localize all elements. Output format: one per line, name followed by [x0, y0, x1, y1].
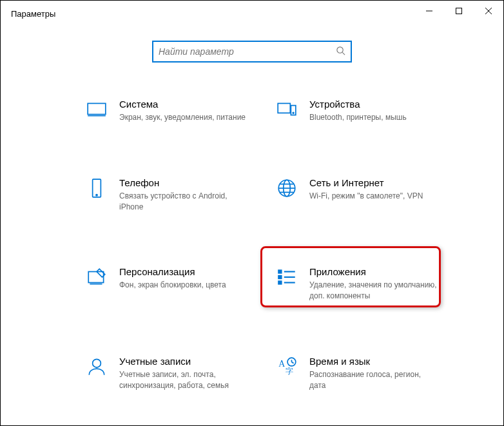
close-button[interactable] — [474, 1, 503, 21]
tile-title: Система — [119, 99, 247, 110]
tile-desc: Фон, экран блокировки, цвета — [119, 280, 247, 291]
globe-icon — [276, 177, 298, 199]
svg-rect-18 — [88, 272, 103, 283]
svg-point-12 — [96, 194, 97, 195]
tile-title: Персонализация — [119, 266, 247, 277]
svg-rect-1 — [456, 8, 462, 14]
svg-rect-6 — [88, 103, 106, 114]
svg-point-26 — [93, 359, 101, 367]
search-icon — [336, 46, 345, 58]
tile-time-language[interactable]: A字 Время и язык Распознавание голоса, ре… — [268, 351, 445, 396]
svg-rect-22 — [278, 276, 281, 278]
search-input[interactable] — [159, 46, 336, 57]
accounts-icon — [86, 356, 108, 378]
tile-phone[interactable]: Телефон Связать устройство с Android, iP… — [78, 172, 255, 218]
tile-personalization[interactable]: Персонализация Фон, экран блокировки, цв… — [78, 261, 255, 307]
svg-point-10 — [293, 112, 294, 113]
tile-accounts[interactable]: Учетные записи Учетные записи, эл. почта… — [78, 351, 255, 396]
svg-rect-20 — [278, 271, 281, 273]
devices-icon — [276, 99, 298, 121]
tile-desc: Распознавание голоса, регион, дата — [309, 369, 438, 391]
svg-text:字: 字 — [286, 367, 293, 376]
tile-title: Телефон — [119, 177, 247, 188]
maximize-button[interactable] — [444, 1, 474, 21]
tile-devices[interactable]: Устройства Bluetooth, принтеры, мышь — [268, 93, 445, 128]
phone-icon — [86, 177, 108, 199]
window-controls — [414, 1, 503, 21]
tile-desc: Учетные записи, эл. почта, синхронизация… — [119, 369, 247, 391]
tile-title: Устройства — [309, 99, 438, 110]
svg-rect-8 — [278, 103, 290, 113]
tile-system[interactable]: Система Экран, звук, уведомления, питани… — [78, 93, 255, 128]
tile-desc: Экран, звук, уведомления, питание — [119, 112, 247, 123]
display-icon — [86, 99, 108, 121]
tile-desc: Bluetooth, принтеры, мышь — [309, 112, 438, 123]
tile-title: Учетные записи — [119, 356, 247, 367]
tile-desc: Удаление, значения по умолчанию, доп. ко… — [309, 280, 438, 302]
personalization-icon — [86, 266, 108, 288]
svg-line-5 — [342, 52, 345, 55]
search-container — [1, 41, 503, 63]
tile-apps[interactable]: Приложения Удаление, значения по умолчан… — [268, 261, 445, 307]
tile-title: Время и язык — [309, 356, 438, 367]
apps-icon — [276, 266, 298, 288]
svg-line-31 — [291, 362, 293, 363]
tile-network[interactable]: Сеть и Интернет Wi-Fi, режим "в самолете… — [268, 172, 445, 218]
settings-grid: Система Экран, звук, уведомления, питани… — [1, 63, 503, 396]
minimize-button[interactable] — [414, 1, 444, 21]
tile-desc: Связать устройство с Android, iPhone — [119, 191, 247, 213]
tile-desc: Wi-Fi, режим "в самолете", VPN — [309, 191, 438, 202]
svg-text:A: A — [278, 359, 285, 369]
svg-rect-24 — [278, 282, 281, 284]
time-language-icon: A字 — [276, 356, 298, 378]
window-title: Параметры — [11, 9, 55, 19]
search-box[interactable] — [152, 41, 352, 63]
tile-title: Приложения — [309, 266, 438, 277]
svg-point-4 — [337, 46, 343, 52]
tile-title: Сеть и Интернет — [309, 177, 438, 188]
